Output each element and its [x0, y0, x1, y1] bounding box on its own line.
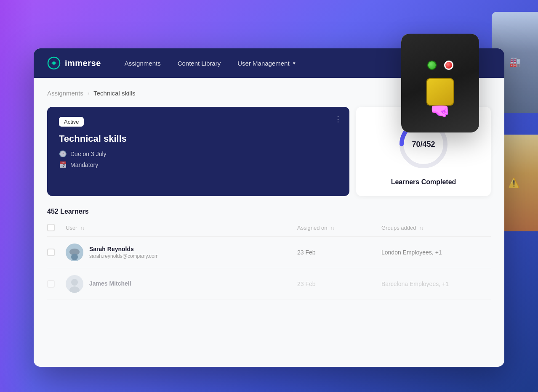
user-name-james: James Mitchell — [89, 280, 131, 287]
chevron-down-icon: ▼ — [292, 61, 296, 66]
th-user-label: User — [66, 225, 77, 231]
nav-user-management-label: User Management — [237, 60, 289, 67]
nav-user-management[interactable]: User Management ▼ — [237, 60, 296, 67]
user-details-sarah: Sarah Reynolds sarah.reynolds@company.co… — [89, 246, 159, 259]
user-name-sarah: Sarah Reynolds — [89, 246, 159, 252]
th-assigned-on[interactable]: Assigned on ↑↓ — [297, 225, 381, 231]
logo-text: immerse — [65, 58, 101, 68]
assigned-date-sarah: 23 Feb — [297, 249, 381, 256]
nav-content-library[interactable]: Content Library — [178, 60, 221, 67]
table-header: User ↑↓ Assigned on ↑↓ Groups added ↑↓ — [47, 224, 491, 237]
select-all-checkbox[interactable] — [47, 224, 55, 231]
vr-indicator-red — [444, 61, 453, 70]
vr-preview-card: 🤜 — [401, 34, 479, 132]
groups-james: Barcelona Employees, +1 — [381, 281, 491, 287]
user-info-sarah: Sarah Reynolds sarah.reynolds@company.co… — [66, 244, 297, 261]
th-groups-added[interactable]: Groups added ↑↓ — [381, 225, 491, 231]
th-groups-label: Groups added — [381, 225, 416, 231]
svg-point-7 — [71, 254, 78, 260]
logo-icon — [47, 56, 61, 70]
mandatory-item: 📅 Mandatory — [59, 161, 338, 169]
avatar-james — [66, 275, 83, 293]
breadcrumb-separator: › — [88, 90, 89, 96]
th-checkbox-col — [47, 224, 66, 231]
assignment-card: ⋮ Active Technical skills 🕐 Due on 3 Jul… — [47, 107, 349, 196]
th-assigned-label: Assigned on — [297, 225, 328, 231]
groups-sarah: London Employees, +1 — [381, 249, 491, 256]
clock-icon: 🕐 — [59, 150, 67, 158]
user-sort-icon[interactable]: ↑↓ — [80, 226, 85, 230]
assignment-menu-icon[interactable]: ⋮ — [334, 114, 342, 124]
svg-point-1 — [53, 62, 55, 64]
user-info-james: James Mitchell — [66, 275, 297, 293]
stats-label: Learners Completed — [391, 178, 456, 186]
row-check-sarah — [47, 249, 66, 256]
status-badge: Active — [59, 117, 84, 127]
assigned-sort-icon[interactable]: ↑↓ — [330, 226, 335, 230]
due-date-item: 🕐 Due on 3 July — [59, 150, 338, 158]
assigned-date-james: 23 Feb — [297, 281, 381, 287]
vr-indicator-green — [427, 61, 437, 70]
breadcrumb-assignments[interactable]: Assignments — [47, 90, 83, 97]
breadcrumb-current: Technical skills — [93, 90, 135, 97]
due-date-label: Due on 3 July — [70, 151, 107, 157]
row-checkbox-sarah[interactable] — [47, 249, 55, 256]
nav-assignments[interactable]: Assignments — [125, 60, 161, 67]
row-checkbox-james[interactable] — [47, 280, 55, 288]
mandatory-label: Mandatory — [70, 162, 98, 168]
groups-sort-icon[interactable]: ↑↓ — [419, 226, 423, 230]
user-email-sarah: sarah.reynolds@company.com — [89, 253, 159, 259]
table-row: Sarah Reynolds sarah.reynolds@company.co… — [47, 237, 491, 268]
assignment-meta: 🕐 Due on 3 July 📅 Mandatory — [59, 150, 338, 169]
logo-area[interactable]: immerse — [47, 56, 101, 70]
avatar-sarah — [66, 244, 83, 261]
vr-hand-icon: 🤜 — [430, 101, 450, 120]
th-user[interactable]: User ↑↓ — [66, 225, 297, 231]
row-check-james — [47, 280, 66, 288]
calendar-icon: 📅 — [59, 161, 67, 169]
learners-count-label: 452 Learners — [47, 208, 491, 215]
table-row: James Mitchell 23 Feb Barcelona Employee… — [47, 268, 491, 300]
svg-point-9 — [71, 279, 78, 286]
user-details-james: James Mitchell — [89, 280, 131, 288]
donut-text: 70/452 — [412, 140, 435, 149]
assignment-title: Technical skills — [59, 133, 338, 144]
